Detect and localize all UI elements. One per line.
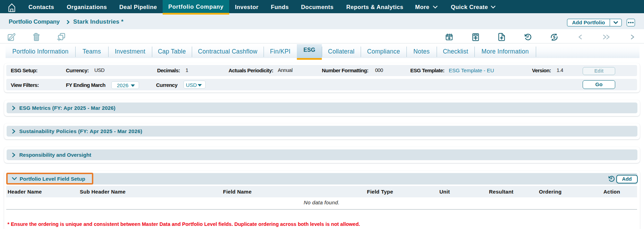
svg-text:$: $ [553, 35, 556, 40]
